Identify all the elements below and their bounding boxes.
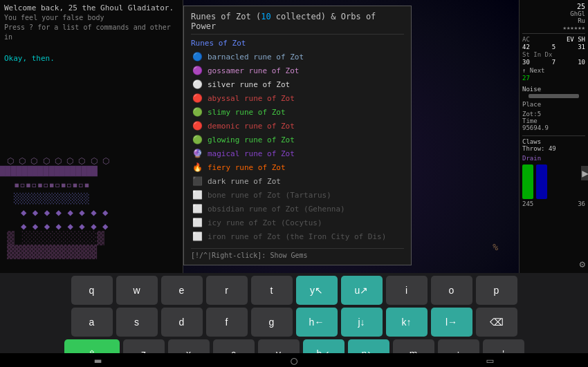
rune-name: dark rune of Zot xyxy=(208,177,281,186)
rune-icon: ⬛ xyxy=(191,175,203,187)
key-backspace[interactable]: ⌫ xyxy=(476,308,517,337)
rune-item: 🔵barnacled rune of Zot xyxy=(191,50,404,63)
time-value: 95694.9 xyxy=(522,124,585,131)
char-class: GhGl xyxy=(522,10,585,17)
rune-icon: 🔥 xyxy=(191,161,203,173)
key-f[interactable]: f xyxy=(206,308,248,337)
message-panel: Welcome back, 25 the Ghoul Gladiator. Yo… xyxy=(0,0,183,273)
rune-icon: 🔴 xyxy=(191,92,203,104)
rune-name: demonic rune of Zot xyxy=(208,122,295,131)
key-q[interactable]: q xyxy=(71,276,113,305)
rune-item: ⬜obsidian rune of Zot (Gehenna) xyxy=(191,203,404,215)
keyboard-row-1: q w e r t y↖ u↗ i o p xyxy=(0,273,588,305)
time-label: Time xyxy=(522,117,585,124)
rune-item: ⬜icy rune of Zot (Cocytus) xyxy=(191,216,404,229)
rune-item: 🔴abyssal rune of Zot xyxy=(191,92,404,104)
rune-icon: 🟢 xyxy=(191,133,203,146)
weapon-name: Claws xyxy=(522,138,585,145)
settings-icon[interactable]: ⚙ xyxy=(580,258,585,270)
key-o[interactable]: o xyxy=(431,276,472,305)
key-j[interactable]: j↓ xyxy=(341,308,383,337)
rune-icon: ⚪ xyxy=(191,78,203,91)
key-g[interactable]: g xyxy=(251,308,293,337)
okay-message: Okay, then. xyxy=(4,53,178,64)
rune-name: obsidian rune of Zot (Gehenna) xyxy=(208,205,345,214)
drain-label: Drain xyxy=(522,155,585,162)
key-h[interactable]: h← xyxy=(296,308,338,337)
mp-bar xyxy=(536,164,547,199)
char-level: 25 xyxy=(522,3,585,10)
rune-name: fiery rune of Zot xyxy=(208,163,286,172)
key-d[interactable]: d xyxy=(161,308,203,337)
hp-mp-values: 245 36 xyxy=(522,200,585,207)
key-w[interactable]: w xyxy=(116,276,158,305)
expand-right-icon[interactable]: ▶ xyxy=(581,166,588,180)
rune-name: magical rune of Zot xyxy=(208,149,295,158)
rune-name: slimy rune of Zot xyxy=(208,108,286,117)
char-stars: ★★★★★★ xyxy=(522,24,585,31)
rune-item: 🔮magical rune of Zot xyxy=(191,147,404,160)
rune-item: 🟢slimy rune of Zot xyxy=(191,106,404,118)
rune-item: 🔴demonic rune of Zot xyxy=(191,120,404,132)
rune-item: 🟣gossamer rune of Zot xyxy=(191,64,404,77)
rune-item: ⬛dark rune of Zot xyxy=(191,175,404,187)
rune-icon: 🟢 xyxy=(191,106,203,118)
popup-title: Runes of Zot (10 collected) & Orbs of Po… xyxy=(191,12,404,35)
key-k[interactable]: k↑ xyxy=(386,308,428,337)
keyboard-row-2: a s d f g h← j↓ k↑ l→ ⌫ xyxy=(0,305,588,337)
hp-bar xyxy=(522,164,533,199)
throw-info: Throw: 49 xyxy=(522,145,585,152)
rune-icon: ⬜ xyxy=(191,203,203,215)
rune-name: iron rune of Zot (the Iron City of Dis) xyxy=(208,232,386,241)
rune-name: bone rune of Zot (Tartarus) xyxy=(208,191,331,200)
rune-icon: 🔵 xyxy=(191,50,203,63)
rune-icon: 🟣 xyxy=(191,64,203,77)
sys-message-1: You feel your false body xyxy=(4,13,178,23)
key-s[interactable]: s xyxy=(116,308,158,337)
char-species: Ru xyxy=(522,17,585,24)
rune-name: gossamer rune of Zot xyxy=(208,66,299,75)
rune-icon: 🔴 xyxy=(191,120,203,132)
popup-footer: [!/^|Right-click]: Show Gems xyxy=(191,248,404,259)
rune-name: barnacled rune of Zot xyxy=(208,53,304,62)
key-p[interactable]: p xyxy=(476,276,517,305)
popup-section-header: Runes of Zot xyxy=(191,39,404,48)
bottom-nav-bar: ▬ ○ ▭ xyxy=(0,353,588,367)
rune-list: 🔵barnacled rune of Zot🟣gossamer rune of … xyxy=(191,50,404,243)
rune-name: glowing rune of Zot xyxy=(208,135,295,144)
key-r[interactable]: r xyxy=(206,276,248,305)
key-i[interactable]: i xyxy=(386,276,428,305)
key-a[interactable]: a xyxy=(71,308,113,337)
place-label: Place xyxy=(522,101,585,108)
runes-popup: Runes of Zot (10 collected) & Orbs of Po… xyxy=(183,6,412,265)
nav-recents-button[interactable]: ▭ xyxy=(487,354,494,367)
key-e[interactable]: e xyxy=(161,276,203,305)
rune-item: 🟢glowing rune of Zot xyxy=(191,133,404,146)
sys-message-2: Press ? for a list of commands and other… xyxy=(4,23,178,42)
key-u[interactable]: u↗ xyxy=(341,276,383,305)
nav-home-button[interactable]: ○ xyxy=(291,354,297,367)
rune-icon: ⬜ xyxy=(191,216,203,229)
stats-panel: 25 GhGl Ru ★★★★★★ AC EV SH 42 531 St In … xyxy=(519,0,588,273)
rune-name: icy rune of Zot (Cocytus) xyxy=(208,218,322,227)
rune-item: ⚪silver rune of Zot xyxy=(191,78,404,91)
rune-name: silver rune of Zot xyxy=(208,80,290,89)
nav-back-button[interactable]: ▬ xyxy=(95,354,102,367)
welcome-message: Welcome back, 25 the Ghoul Gladiator. xyxy=(4,3,178,13)
rune-name: abyssal rune of Zot xyxy=(208,94,295,103)
key-y[interactable]: y↖ xyxy=(296,276,338,305)
key-t[interactable]: t xyxy=(251,276,293,305)
rune-icon: ⬜ xyxy=(191,189,203,201)
rune-item: ⬜bone rune of Zot (Tartarus) xyxy=(191,189,404,201)
key-l[interactable]: l→ xyxy=(431,308,472,337)
rune-icon: 🔮 xyxy=(191,147,203,160)
rune-icon: ⬜ xyxy=(191,230,203,243)
rune-item: ⬜iron rune of Zot (the Iron City of Dis) xyxy=(191,230,404,243)
noise-label: Noise xyxy=(522,86,585,93)
rune-item: 🔥fiery rune of Zot xyxy=(191,161,404,173)
place-value: Zot:5 xyxy=(522,111,585,117)
